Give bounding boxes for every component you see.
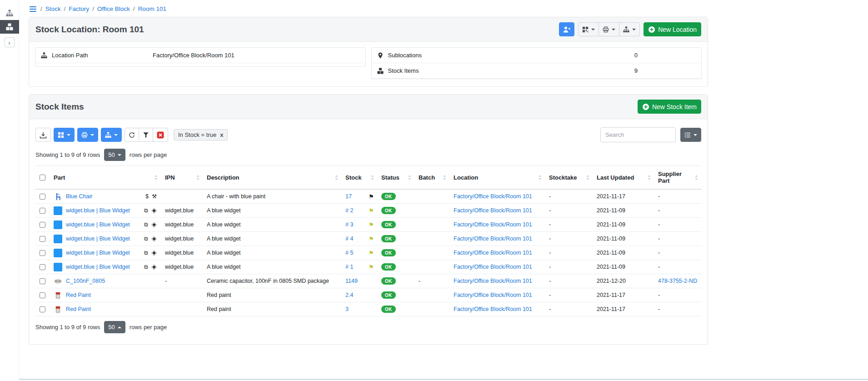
column-header-description[interactable]: Description — [203, 170, 342, 185]
part-cell: widget.blue | Blue Widget ⧉ ◈ — [50, 232, 161, 246]
new-location-button[interactable]: New Location — [644, 22, 701, 36]
breadcrumb-stock[interactable]: Stock — [45, 5, 61, 12]
column-header-batch[interactable]: Batch — [415, 170, 450, 185]
row-checkbox[interactable] — [40, 250, 45, 256]
stock-link[interactable]: 3 — [345, 306, 349, 312]
search-input[interactable] — [600, 127, 676, 142]
column-header-last-updated[interactable]: Last Updated — [593, 170, 654, 185]
column-header-location[interactable]: Location — [450, 170, 545, 185]
last-updated-cell: 2021-11-17 — [593, 302, 654, 316]
column-header-ipn[interactable]: IPN — [161, 170, 203, 185]
qrcode-icon — [582, 26, 589, 33]
row-checkbox[interactable] — [40, 292, 45, 298]
pagination-bottom: Showing 1 to 9 of 9 rows 50 rows per pag… — [35, 321, 701, 333]
breadcrumb-room-101[interactable]: Room 101 — [138, 5, 166, 12]
location-path-panel: Location Path Factory/Office Block/Room … — [35, 47, 366, 67]
part-link[interactable]: widget.blue | Blue Widget — [66, 207, 130, 214]
row-checkbox[interactable] — [40, 278, 45, 284]
status-cell: OK — [378, 204, 415, 217]
filter-button-group — [125, 128, 168, 142]
sitemap-icon — [6, 10, 13, 17]
part-link[interactable]: widget.blue | Blue Widget — [66, 236, 130, 242]
part-attribute-icons: $ ⚒ — [143, 193, 158, 200]
location-link[interactable]: Factory/Office Block/Room 101 — [454, 236, 532, 242]
sidebar-expand-button[interactable]: › — [5, 37, 15, 47]
row-checkbox[interactable] — [40, 264, 45, 270]
page-size-dropdown[interactable]: 50 — [104, 321, 125, 333]
row-select-cell — [35, 204, 50, 217]
stock-link[interactable]: # 1 — [345, 264, 353, 270]
sidebar-item-stock[interactable] — [0, 20, 19, 34]
new-stock-item-button[interactable]: New Stock Item — [638, 100, 701, 114]
sitemap-icon — [623, 26, 629, 33]
breadcrumb-office-block[interactable]: Office Block — [97, 5, 130, 12]
barcode-actions-dropdown[interactable] — [578, 22, 599, 36]
part-link[interactable]: Red Paint — [66, 292, 91, 298]
location-link[interactable]: Factory/Office Block/Room 101 — [454, 278, 532, 284]
column-header-stocktake[interactable]: Stocktake — [545, 170, 593, 185]
ipn-cell: widget.blue — [161, 232, 203, 246]
stock-actions-dropdown[interactable] — [101, 128, 122, 142]
row-checkbox[interactable] — [40, 222, 45, 228]
location-link[interactable]: Factory/Office Block/Room 101 — [454, 221, 532, 228]
clear-filters-button[interactable] — [153, 128, 168, 142]
column-header-status[interactable]: Status — [378, 170, 415, 185]
stock-options-dropdown[interactable] — [54, 128, 75, 142]
location-card-header: Stock Location: Room 101 — [29, 17, 708, 42]
stock-link[interactable]: # 5 — [345, 250, 353, 256]
location-actions-dropdown[interactable] — [619, 22, 640, 36]
stock-link[interactable]: # 4 — [345, 236, 353, 242]
location-link[interactable]: Factory/Office Block/Room 101 — [454, 306, 532, 312]
location-cell: Factory/Office Block/Room 101 — [450, 190, 545, 203]
page-size-dropdown[interactable]: 50 — [104, 149, 125, 161]
column-header-supplier-part[interactable]: Supplier Part — [654, 166, 702, 189]
stock-link[interactable]: 1149 — [345, 278, 358, 284]
part-link[interactable]: C_100nF_0805 — [66, 278, 105, 284]
print-dropdown[interactable] — [77, 128, 98, 142]
chevron-down-icon — [90, 134, 94, 136]
select-all-checkbox[interactable] — [40, 175, 45, 180]
column-toggle-dropdown[interactable] — [680, 128, 701, 142]
filter-button[interactable] — [139, 128, 153, 142]
part-link[interactable]: widget.blue | Blue Widget — [66, 264, 130, 270]
filter-tag-remove[interactable]: x — [220, 131, 223, 138]
location-link[interactable]: Factory/Office Block/Room 101 — [454, 250, 532, 256]
last-updated-cell: 2021-11-09 — [593, 204, 654, 217]
user-roles-button[interactable] — [559, 22, 574, 36]
location-link[interactable]: Factory/Office Block/Room 101 — [454, 193, 532, 200]
stock-boxes-icon — [377, 68, 384, 74]
part-link[interactable]: Red Paint — [66, 306, 91, 312]
stock-link[interactable]: 17 — [345, 193, 352, 200]
part-link[interactable]: Blue Chair — [66, 193, 92, 200]
menu-icon[interactable] — [30, 6, 36, 12]
stock-link[interactable]: # 3 — [345, 221, 353, 228]
stock-cell: # 2 ⚑ — [342, 204, 378, 217]
location-link[interactable]: Factory/Office Block/Room 101 — [454, 292, 532, 298]
part-link[interactable]: widget.blue | Blue Widget — [66, 250, 130, 256]
row-checkbox[interactable] — [40, 208, 45, 214]
column-header-part[interactable]: Part — [50, 170, 161, 185]
row-checkbox[interactable] — [40, 236, 45, 242]
row-checkbox[interactable] — [40, 194, 45, 200]
batch-cell — [415, 190, 450, 203]
stock-link[interactable]: 2.4 — [345, 292, 353, 298]
status-badge: OK — [381, 291, 396, 299]
print-actions-dropdown[interactable] — [599, 22, 619, 36]
row-checkbox[interactable] — [40, 306, 45, 312]
breadcrumb-factory[interactable]: Factory — [69, 5, 89, 12]
supplier-part-cell[interactable]: 478-3755-2-ND — [654, 274, 702, 288]
refresh-button[interactable] — [125, 128, 139, 142]
stock-link[interactable]: # 2 — [345, 207, 353, 214]
sublocations-value: 0 — [634, 52, 696, 59]
location-link[interactable]: Factory/Office Block/Room 101 — [454, 207, 532, 214]
column-header-stock[interactable]: Stock — [342, 170, 378, 185]
chevron-up-icon — [118, 326, 121, 328]
table-row: widget.blue | Blue Widget ⧉ ◈ widget.blu… — [35, 232, 702, 246]
filter-tag-in-stock[interactable]: In Stock = true x — [174, 129, 228, 140]
location-link[interactable]: Factory/Office Block/Room 101 — [454, 264, 532, 270]
part-link[interactable]: widget.blue | Blue Widget — [66, 221, 130, 228]
sidebar-item-location-tree[interactable] — [0, 6, 19, 20]
showing-text: Showing 1 to 9 of 9 rows — [35, 151, 100, 158]
download-button[interactable] — [35, 128, 51, 142]
row-select-cell — [35, 274, 50, 288]
